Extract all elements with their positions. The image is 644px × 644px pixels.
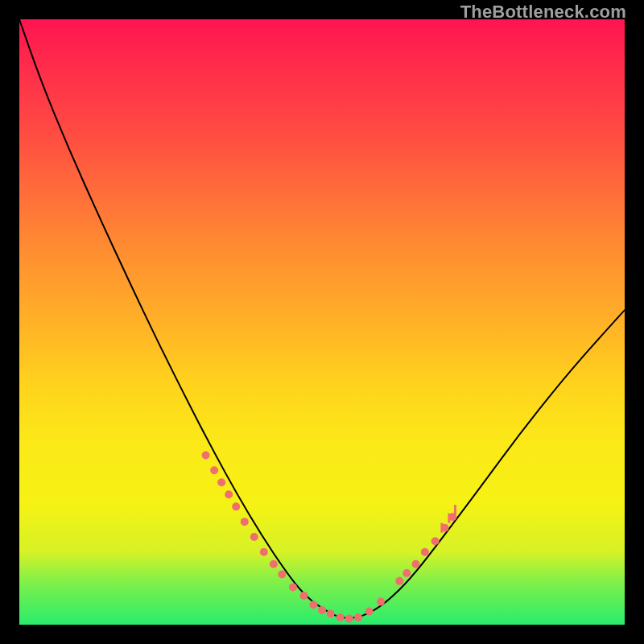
curve-tick <box>440 523 443 533</box>
watermark-text: TheBottleneck.com <box>460 2 626 23</box>
curve-marker <box>309 601 317 609</box>
curve-tick <box>448 514 450 523</box>
curve-marker <box>412 560 420 568</box>
curve-marker <box>289 583 297 591</box>
curve-marker <box>202 451 210 459</box>
curve-tick <box>454 505 456 514</box>
curve-marker <box>210 466 218 474</box>
curve-marker <box>354 613 362 621</box>
curve-marker <box>377 597 385 605</box>
curve-marker <box>250 533 258 541</box>
chart-overlay <box>19 19 625 625</box>
curve-marker <box>260 548 268 556</box>
curve-marker <box>421 548 429 556</box>
curve-marker <box>402 569 411 577</box>
curve-marker <box>336 613 345 621</box>
curve-marker <box>270 560 278 568</box>
curve-marker <box>365 607 374 615</box>
marker-group <box>202 451 457 622</box>
curve-marker <box>345 614 353 622</box>
curve-marker <box>241 518 249 526</box>
curve-marker <box>318 606 326 614</box>
bottleneck-curve <box>19 19 625 618</box>
curve-marker <box>278 571 286 579</box>
curve-marker <box>327 609 335 617</box>
curve-marker <box>299 592 308 600</box>
curve-marker <box>225 490 233 498</box>
curve-marker <box>431 537 440 545</box>
curve-marker <box>395 577 403 585</box>
curve-marker <box>232 502 240 510</box>
curve-marker <box>217 478 225 486</box>
